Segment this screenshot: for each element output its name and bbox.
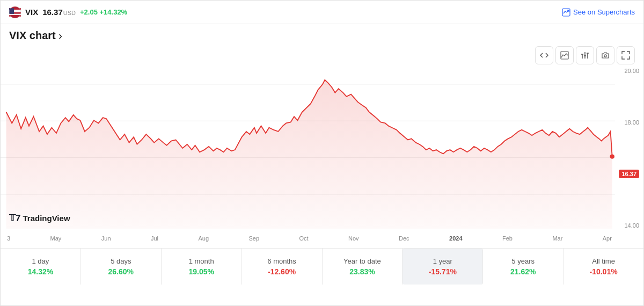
camera-button[interactable]	[596, 46, 614, 64]
chart-area: 20.00 18.00 16.37 14.00	[1, 44, 643, 248]
compare-icon	[560, 51, 569, 60]
ticker-info: VIX 16.37USD +2.05 +14.32%	[9, 6, 127, 18]
period-label-1day: 1 day	[32, 257, 49, 265]
x-label-jun: Jun	[101, 235, 111, 242]
expand-button[interactable]	[617, 46, 635, 64]
x-label-oct: Oct	[299, 235, 309, 242]
period-value-1year: -15.71%	[429, 267, 457, 276]
svg-rect-3	[9, 13, 21, 14]
period-value-1day: 14.32%	[28, 267, 53, 276]
svg-rect-7	[9, 8, 14, 14]
chart-toolbar	[535, 46, 635, 64]
tv-name: TradingView	[23, 214, 70, 223]
period-value-5days: 26.60%	[108, 267, 134, 276]
period-label-5years: 5 years	[511, 257, 535, 265]
chart-svg-wrapper	[1, 68, 643, 229]
price-dot	[610, 154, 614, 158]
x-label-sep: Sep	[248, 235, 259, 242]
period-label-6months: 6 months	[267, 257, 296, 265]
period-value-5years: 21.62%	[510, 267, 536, 276]
us-flag-icon	[9, 6, 21, 18]
camera-icon	[601, 51, 610, 60]
x-label-nov: Nov	[348, 235, 359, 242]
period-tab-1month[interactable]: 1 month 19.05%	[162, 249, 242, 285]
period-value-ytd: 23.83%	[349, 267, 375, 276]
period-value-6months: -12.60%	[268, 267, 296, 276]
x-label-may: May	[50, 235, 62, 242]
svg-rect-4	[9, 15, 21, 16]
period-tab-1year[interactable]: 1 year -15.71%	[402, 249, 483, 285]
tv-logo: 𝕋7	[9, 213, 20, 224]
period-tab-5years[interactable]: 5 years 21.62%	[483, 249, 564, 285]
chart-title[interactable]: VIX chart	[9, 30, 62, 41]
period-tab-5days[interactable]: 5 days 26.60%	[81, 249, 162, 285]
compare-button[interactable]	[555, 46, 574, 64]
period-tab-1day[interactable]: 1 day 14.32%	[1, 249, 81, 285]
indicators-icon	[581, 51, 589, 60]
ticker-price: 16.37USD	[42, 8, 76, 17]
x-label-jul: Jul	[151, 235, 158, 242]
ticker-change: +2.05 +14.32%	[80, 8, 127, 16]
svg-point-17	[604, 55, 606, 57]
x-label-3: 3	[7, 235, 10, 242]
period-label-1month: 1 month	[189, 257, 214, 265]
ticker-symbol: VIX	[25, 8, 38, 17]
tradingview-watermark: 𝕋7 TradingView	[9, 213, 70, 224]
price-chart-svg	[1, 68, 643, 229]
x-label-aug: Aug	[198, 235, 209, 242]
x-label-2024: 2024	[449, 235, 462, 242]
x-label-feb: Feb	[502, 235, 513, 242]
period-tab-ytd[interactable]: Year to date 23.83%	[323, 249, 403, 285]
svg-rect-10	[561, 52, 568, 59]
period-tabs: 1 day 14.32% 5 days 26.60% 1 month 19.05…	[1, 248, 643, 285]
embed-icon	[540, 51, 548, 60]
x-axis: 3 May Jun Jul Aug Sep Oct Nov Dec 2024 F…	[5, 229, 614, 248]
period-label-ytd: Year to date	[343, 257, 381, 265]
x-label-apr: Apr	[603, 235, 612, 242]
see-on-supercharts-link[interactable]: See on Supercharts	[562, 8, 635, 17]
x-label-dec: Dec	[399, 235, 409, 242]
period-label-5days: 5 days	[111, 257, 131, 265]
supercharts-icon	[562, 8, 570, 17]
chart-title-bar: VIX chart	[1, 24, 643, 44]
period-value-alltime: -10.01%	[589, 267, 617, 276]
indicators-button[interactable]	[576, 46, 594, 64]
period-tab-alltime[interactable]: All time -10.01%	[564, 249, 643, 285]
embed-button[interactable]	[535, 46, 553, 64]
period-value-1month: 19.05%	[188, 267, 214, 276]
expand-icon	[621, 51, 630, 60]
period-tab-6months[interactable]: 6 months -12.60%	[242, 249, 323, 285]
period-label-1year: 1 year	[433, 257, 452, 265]
header: VIX 16.37USD +2.05 +14.32% See on Superc…	[1, 1, 643, 24]
x-label-mar: Mar	[552, 235, 562, 242]
period-label-alltime: All time	[592, 257, 615, 265]
